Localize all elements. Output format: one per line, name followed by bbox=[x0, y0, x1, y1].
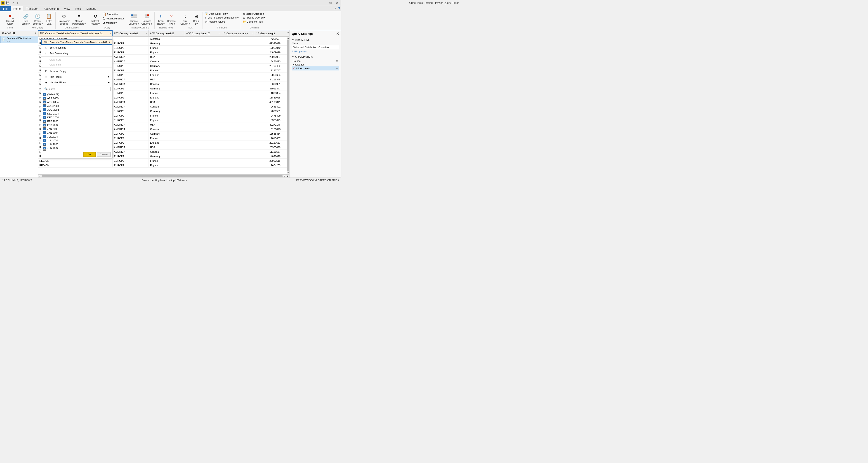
checkbox-item[interactable]: ✓JAN 2003 bbox=[43, 127, 111, 131]
step-navigation[interactable]: Navigation bbox=[292, 63, 339, 66]
new-source-btn[interactable]: 🔗 NewSource ▾ bbox=[21, 12, 31, 26]
sort-ascending-item[interactable]: ↑↓ Sort Ascending bbox=[41, 45, 112, 51]
col-dropdown-3[interactable]: ▾ bbox=[219, 32, 219, 34]
checkbox-box[interactable]: ✓ bbox=[43, 146, 46, 150]
remove-rows-btn[interactable]: ✕ RemoveRows ▾ bbox=[166, 12, 177, 26]
col-header-2[interactable]: ABC Country.Level 02 ▾ bbox=[149, 30, 185, 36]
checkbox-item[interactable]: ✓JUN 2004 bbox=[43, 146, 111, 150]
hscroll-thumb[interactable] bbox=[41, 175, 283, 177]
recent-sources-btn[interactable]: 🕐 RecentSources ▾ bbox=[32, 12, 43, 26]
member-filters-item[interactable]: ◈ Member Filters ▶ bbox=[41, 79, 112, 85]
hscroll-right[interactable]: ► bbox=[283, 174, 286, 177]
maximize-btn[interactable]: ⧉ bbox=[327, 1, 334, 5]
ok-button[interactable]: OK bbox=[84, 152, 96, 157]
checkbox-box[interactable]: ✓ bbox=[43, 116, 46, 119]
checkbox-box[interactable]: ✓ bbox=[43, 100, 46, 103]
checkbox-item[interactable]: ✓JUL 2004 bbox=[43, 138, 111, 142]
checkbox-box[interactable]: ✓ bbox=[43, 139, 46, 142]
checkbox-item[interactable]: ✓JUL 2003 bbox=[43, 135, 111, 138]
checkbox-box[interactable]: ✓ bbox=[43, 124, 46, 127]
checkbox-item[interactable]: ✓JAN 2004 bbox=[43, 131, 111, 135]
use-first-row-btn[interactable]: ⬆ Use First Row as Headers ▾ bbox=[204, 16, 239, 20]
replace-values-btn[interactable]: ⇄ Replace Values bbox=[204, 20, 225, 23]
manage-parameters-btn[interactable]: ≡ ManageParameters ▾ bbox=[71, 12, 87, 26]
checkbox-box[interactable]: ✓ bbox=[43, 112, 46, 115]
help-icon[interactable]: ? bbox=[338, 6, 340, 11]
filter-search-input[interactable] bbox=[48, 88, 110, 90]
tab-home[interactable]: Home bbox=[11, 6, 23, 11]
append-queries-btn[interactable]: ⊞ Append Queries ▾ bbox=[242, 16, 267, 20]
step-source[interactable]: Source ⚙ bbox=[292, 59, 339, 63]
cancel-button[interactable]: Cancel bbox=[97, 152, 111, 157]
split-column-btn[interactable]: ↕ SplitColumn ▾ bbox=[180, 12, 191, 26]
combine-files-btn[interactable]: 📂 Combine Files bbox=[242, 20, 264, 23]
step-added-items[interactable]: ✕ Added Items ⚙ bbox=[292, 66, 339, 70]
text-filters-item[interactable]: ≡ Text Filters ▶ bbox=[41, 74, 112, 79]
save-quick-btn[interactable]: 💾 bbox=[5, 1, 10, 5]
checkbox-item[interactable]: ✓(Select All) bbox=[43, 92, 111, 96]
col-dropdown-4[interactable]: ▾ bbox=[252, 32, 253, 34]
queries-collapse-btn[interactable]: ‹ bbox=[35, 31, 36, 35]
checkbox-item[interactable]: ✓JUN 2003 bbox=[43, 142, 111, 146]
horizontal-scrollbar[interactable]: ◄ ► ► bbox=[38, 174, 289, 177]
advanced-editor-btn[interactable]: ⬡ Advanced Editor bbox=[102, 16, 125, 21]
vscroll-thumb[interactable] bbox=[287, 40, 289, 171]
step-source-gear[interactable]: ⚙ bbox=[336, 59, 338, 62]
query-name-input[interactable] bbox=[292, 45, 339, 49]
tab-file[interactable]: File bbox=[0, 6, 11, 11]
col-header-5[interactable]: 1.2 Gross weight bbox=[255, 30, 282, 36]
checkbox-box[interactable]: ✓ bbox=[43, 135, 46, 138]
refresh-preview-btn[interactable]: ↻ RefreshPreview ▾ bbox=[90, 12, 101, 26]
checkbox-box[interactable]: ✓ bbox=[43, 93, 46, 96]
vertical-scrollbar[interactable]: ▲ ▼ bbox=[287, 37, 289, 174]
step-added-gear[interactable]: ⚙ bbox=[336, 67, 338, 70]
checkbox-box[interactable]: ✓ bbox=[43, 108, 46, 111]
close-apply-btn[interactable]: ✕ ▾ Close & Apply bbox=[2, 12, 18, 26]
tab-add-column[interactable]: Add Column bbox=[41, 6, 61, 11]
ribbon-collapse-btn[interactable]: ∧ bbox=[334, 6, 337, 11]
all-properties-link[interactable]: All Properties bbox=[292, 50, 307, 53]
col-header-1[interactable]: ABC Country.Level 01 ▾ bbox=[113, 30, 149, 36]
checkbox-item[interactable]: ✓DEC 2003 bbox=[43, 111, 111, 115]
col-dropdown-1[interactable]: ▾ bbox=[146, 32, 147, 34]
col-header-4[interactable]: 1.2 Cost stats currency ▾ bbox=[221, 30, 255, 36]
settings-close-btn[interactable]: ✕ bbox=[336, 32, 339, 36]
close-window-btn[interactable]: ✕ bbox=[334, 1, 340, 5]
col-header-3[interactable]: ABC Country.Level 03 ▾ bbox=[185, 30, 221, 36]
keep-rows-btn[interactable]: ⬇ KeepRows ▾ bbox=[156, 12, 166, 26]
remove-columns-btn[interactable]: RemoveColumns ▾ bbox=[141, 12, 153, 26]
group-by-btn[interactable]: ⊞ GroupBy bbox=[191, 12, 201, 26]
tab-view[interactable]: View bbox=[61, 6, 73, 11]
checkbox-item[interactable]: ✓FEB 2003 bbox=[43, 119, 111, 123]
tab-transform[interactable]: Transform bbox=[23, 6, 41, 11]
manage-btn[interactable]: ⚙ Manage ▾ bbox=[102, 21, 125, 25]
vscroll-up[interactable]: ▲ bbox=[287, 37, 289, 40]
scroll-up-btn[interactable]: ▲ bbox=[287, 30, 289, 33]
remove-empty-item[interactable]: ⊘ Remove Empty bbox=[41, 68, 112, 74]
data-source-settings-btn[interactable]: ⚙ Data sourcesettings bbox=[57, 12, 71, 26]
col-dropdown-2[interactable]: ▾ bbox=[182, 32, 183, 34]
properties-btn[interactable]: 📋 Properties bbox=[102, 12, 125, 16]
checkbox-item[interactable]: ✓DEC 2004 bbox=[43, 115, 111, 119]
checkbox-box[interactable]: ✓ bbox=[43, 127, 46, 130]
checkbox-box[interactable]: ✓ bbox=[43, 104, 46, 107]
checkbox-item[interactable]: ✓AUG 2004 bbox=[43, 108, 111, 111]
tab-manage[interactable]: Manage bbox=[84, 6, 99, 11]
query-item-sales[interactable]: 📊 Sales and Distribution: O... bbox=[0, 36, 38, 43]
vscroll-down[interactable]: ▼ bbox=[287, 171, 289, 174]
checkbox-item[interactable]: ✓APR 2004 bbox=[43, 100, 111, 104]
checkbox-item[interactable]: ✓AUG 2003 bbox=[43, 104, 111, 108]
checkbox-box[interactable]: ✓ bbox=[43, 97, 46, 100]
undo-quick-btn[interactable]: ↩ bbox=[10, 1, 15, 5]
enter-data-btn[interactable]: 📋 EnterData bbox=[44, 12, 54, 26]
hscroll-left[interactable]: ◄ bbox=[38, 174, 41, 177]
data-type-btn[interactable]: 📝 Data Type: Text ▾ bbox=[204, 12, 228, 15]
checkbox-item[interactable]: ✓FEB 2004 bbox=[43, 123, 111, 127]
sort-descending-item[interactable]: ↓↑ Sort Descending bbox=[41, 51, 112, 56]
merge-queries-btn[interactable]: ⊕ Merge Queries ▾ bbox=[242, 12, 265, 15]
quick-access-dropdown[interactable]: ▾ bbox=[16, 1, 20, 5]
choose-columns-btn[interactable]: ChooseColumns ▾ bbox=[127, 12, 140, 26]
checkbox-item[interactable]: ✓APR 2003 bbox=[43, 96, 111, 100]
checkbox-box[interactable]: ✓ bbox=[43, 143, 46, 146]
scroll-corner-right[interactable]: ► bbox=[286, 174, 289, 178]
